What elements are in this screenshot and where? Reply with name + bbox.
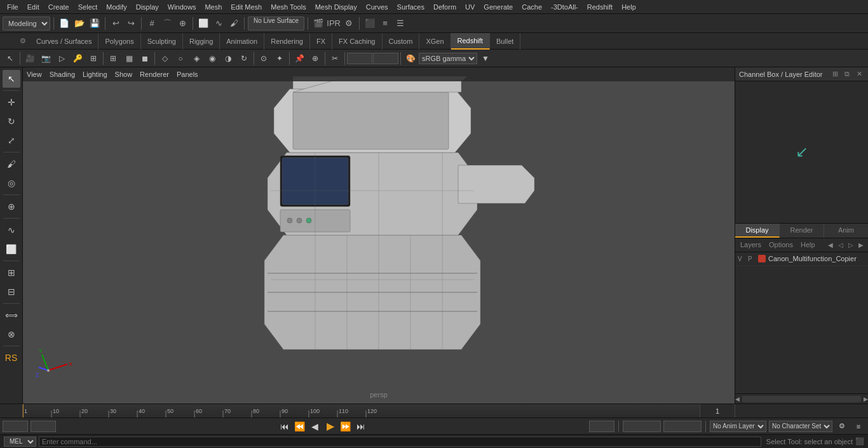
anim-end-input[interactable]: 120	[623, 421, 661, 432]
tab-polygons[interactable]: Polygons	[98, 33, 140, 50]
tab-redshift[interactable]: Redshift	[451, 33, 490, 50]
rph-float-btn[interactable]: ⧉	[842, 69, 852, 79]
char-set-settings-btn[interactable]: ⚙	[835, 419, 849, 433]
vp-menu-panels[interactable]: Panels	[177, 71, 198, 78]
select-tool-lt[interactable]: ↖	[3, 70, 20, 88]
snap-key-btn[interactable]: 🔑	[70, 51, 85, 66]
rp-tab-anim[interactable]: Anim	[824, 224, 868, 238]
redo-btn[interactable]: ↪	[124, 17, 138, 31]
rp-tab-display[interactable]: Display	[735, 224, 780, 238]
menu-select[interactable]: Select	[74, 2, 102, 12]
no-anim-layer-select[interactable]: No Anim Layer	[710, 421, 766, 432]
render-btn[interactable]: 🎬	[311, 17, 325, 31]
vp-menu-renderer[interactable]: Renderer	[140, 71, 169, 78]
tab-xgen[interactable]: XGen	[419, 33, 451, 50]
lights-btn[interactable]: ◉	[205, 51, 220, 66]
play-back-btn[interactable]: ◀	[308, 419, 322, 433]
vp-menu-shading[interactable]: Shading	[50, 71, 75, 78]
attr-editor-btn[interactable]: ☰	[393, 17, 407, 31]
shadow-btn[interactable]: ◑	[220, 51, 236, 66]
menu-help[interactable]: Help	[617, 2, 641, 12]
current-frame-input[interactable]: 1	[31, 421, 56, 432]
pivot-lt[interactable]: ⊞	[3, 264, 20, 282]
menu-curves[interactable]: Curves	[362, 2, 393, 12]
tab-rendering[interactable]: Rendering	[264, 33, 310, 50]
menu-edit-mesh[interactable]: Edit Mesh	[226, 2, 266, 12]
show-manip-lt[interactable]: ⊕	[3, 198, 20, 215]
manip-btn[interactable]: ⊕	[308, 51, 323, 66]
camera-seq-btn[interactable]: ▷	[54, 51, 69, 66]
layout-btn[interactable]: ⬛	[363, 17, 377, 31]
rp-sub-layers[interactable]: Layers	[738, 241, 764, 248]
step-fwd-btn[interactable]: ⏩	[339, 419, 353, 433]
menu-uv[interactable]: UV	[461, 2, 479, 12]
snap-point-btn[interactable]: ⊕	[175, 17, 189, 31]
scale-input[interactable]: 1.00	[373, 53, 398, 64]
workspace-dropdown[interactable]: Modeling	[3, 17, 50, 31]
layer-next-btn[interactable]: ▶	[857, 240, 865, 249]
layer-prev-btn[interactable]: ◀	[826, 240, 835, 249]
lasso-btn[interactable]: ∿	[212, 17, 226, 31]
select-mode-btn[interactable]: ↖	[3, 51, 18, 66]
tab-custom[interactable]: Custom	[383, 33, 420, 50]
step-back-btn[interactable]: ⏪	[293, 419, 307, 433]
lasso-lt[interactable]: ∿	[3, 221, 20, 239]
play-fwd-btn[interactable]: ▶	[323, 419, 337, 433]
start-frame-input[interactable]: 1	[3, 421, 28, 432]
menu-create[interactable]: Create	[44, 2, 74, 12]
offset-input[interactable]: 0.00	[347, 53, 372, 64]
menu-mesh-display[interactable]: Mesh Display	[311, 2, 362, 12]
menu-deform[interactable]: Deform	[429, 2, 461, 12]
open-file-btn[interactable]: 📂	[72, 17, 86, 31]
menu-mesh[interactable]: Mesh	[200, 2, 226, 12]
goto-start-btn[interactable]: ⏮	[278, 419, 292, 433]
no-char-set-select[interactable]: No Character Set	[769, 421, 832, 432]
snap-curve-btn[interactable]: ⌒	[160, 17, 174, 31]
undo-btn[interactable]: ↩	[109, 17, 123, 31]
status-help-btn[interactable]: ⬛	[855, 437, 864, 445]
sym-lt[interactable]: ⟺	[3, 306, 20, 324]
wire-btn[interactable]: ▦	[121, 51, 137, 66]
tab-sculpting[interactable]: Sculpting	[141, 33, 183, 50]
rp-scroll-right[interactable]: ▶	[864, 396, 868, 402]
outliner-btn[interactable]: ≡	[378, 17, 392, 31]
display-opts-btn[interactable]: ⚙	[342, 17, 356, 31]
soft-mod-lt[interactable]: ◎	[3, 174, 20, 192]
menu-file[interactable]: File	[3, 2, 23, 12]
gamma-select[interactable]: sRGB gamma	[419, 53, 477, 64]
tab-fx[interactable]: FX	[310, 33, 332, 50]
menu-edit[interactable]: Edit	[23, 2, 44, 12]
vp-menu-view[interactable]: View	[27, 71, 42, 78]
menu-windows[interactable]: Windows	[163, 2, 201, 12]
gamma-settings-btn[interactable]: ▼	[478, 51, 493, 66]
rp-sub-help[interactable]: Help	[798, 241, 818, 248]
paint-sel-lt[interactable]: 🖌	[3, 155, 20, 173]
snap-grid-btn[interactable]: #	[145, 17, 159, 31]
nurbs-btn[interactable]: ○	[173, 51, 188, 66]
menu-display[interactable]: Display	[132, 2, 163, 12]
save-file-btn[interactable]: 💾	[88, 17, 102, 31]
script-lang-select[interactable]: MEL	[4, 437, 36, 447]
rp-tab-render[interactable]: Render	[780, 224, 824, 238]
scale-tool-lt[interactable]: ⤢	[3, 132, 20, 149]
move-tool-lt[interactable]: ✛	[3, 93, 20, 111]
menu-surfaces[interactable]: Surfaces	[393, 2, 429, 12]
rs-lt[interactable]: RS	[3, 349, 20, 367]
camera-btn[interactable]: 🎥	[22, 51, 37, 66]
menu-3dtoall[interactable]: -3DtoAll-	[546, 2, 583, 12]
poly-btn[interactable]: ◈	[189, 51, 204, 66]
pivot2-lt[interactable]: ⊟	[3, 283, 20, 301]
layer-next2-btn[interactable]: ▷	[846, 240, 855, 249]
tab-curves-surfaces[interactable]: Curves / Surfaces	[30, 33, 98, 50]
tab-animation[interactable]: Animation	[220, 33, 264, 50]
layer-prev2-btn[interactable]: ◁	[836, 240, 845, 249]
tab-rigging[interactable]: Rigging	[183, 33, 220, 50]
menu-mesh-tools[interactable]: Mesh Tools	[266, 2, 310, 12]
marquee-lt[interactable]: ⬜	[3, 240, 20, 258]
paint-btn[interactable]: 🖌	[227, 17, 241, 31]
xray-btn[interactable]: ✦	[272, 51, 287, 66]
rph-close-btn[interactable]: ✕	[854, 69, 864, 79]
rp-hscroll[interactable]	[742, 396, 861, 402]
soft-select-btn[interactable]: ↻	[236, 51, 252, 66]
vp-menu-lighting[interactable]: Lighting	[83, 71, 107, 78]
